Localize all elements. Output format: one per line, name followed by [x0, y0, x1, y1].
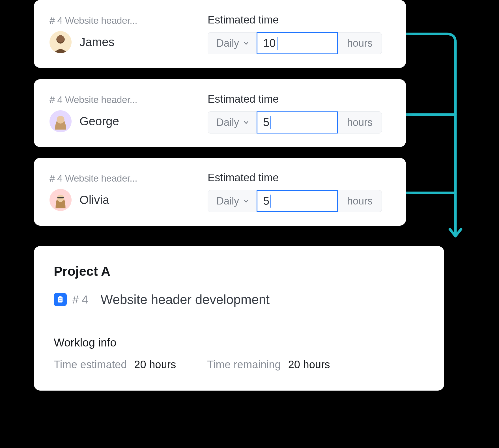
worklog-row: Time estimated 20 hours Time remaining 2…	[54, 359, 424, 371]
time-estimated-label: Time estimated	[54, 359, 127, 371]
svg-point-6	[57, 195, 64, 202]
task-title: # 4 Website header...	[50, 15, 194, 26]
chevron-down-icon	[243, 40, 249, 46]
task-title: # 4 Website header...	[50, 94, 194, 105]
svg-point-2	[57, 35, 64, 42]
estimated-time-label: Estimated time	[208, 93, 392, 105]
estimated-time-label: Estimated time	[208, 172, 392, 184]
frequency-value: Daily	[216, 195, 239, 207]
frequency-value: Daily	[216, 37, 239, 49]
text-cursor	[277, 37, 278, 50]
chevron-down-icon	[243, 198, 249, 204]
frequency-value: Daily	[216, 117, 239, 128]
text-cursor	[270, 116, 271, 129]
worklog-title: Worklog info	[54, 336, 424, 349]
task-line: # 4 Website header development	[54, 292, 424, 322]
flow-connector	[405, 31, 472, 246]
clipboard-icon	[54, 293, 67, 306]
svg-rect-9	[59, 296, 61, 298]
person-name: James	[79, 35, 115, 49]
svg-rect-11	[59, 300, 61, 300]
time-input[interactable]: 5	[257, 190, 338, 212]
time-remaining-value: 20 hours	[288, 359, 330, 371]
time-value: 5	[263, 195, 269, 207]
task-card: # 4 Website header... James Estimated ti…	[34, 0, 406, 68]
task-title: # 4 Website header...	[50, 173, 194, 184]
svg-rect-7	[57, 197, 64, 198]
task-card: # 4 Website header... Olivia Estimated t…	[34, 158, 406, 226]
time-estimated-value: 20 hours	[134, 359, 176, 371]
time-unit: hours	[338, 32, 382, 54]
time-unit: hours	[338, 111, 382, 133]
person-name: George	[79, 115, 119, 128]
task-name: Website header development	[101, 292, 270, 307]
avatar	[50, 189, 72, 211]
time-value: 10	[263, 37, 276, 49]
time-remaining-label: Time remaining	[207, 359, 281, 371]
avatar	[50, 31, 72, 53]
person-name: Olivia	[79, 193, 109, 207]
frequency-select[interactable]: Daily	[208, 190, 257, 212]
time-value: 5	[263, 116, 269, 129]
svg-rect-10	[59, 299, 61, 299]
svg-point-4	[57, 116, 64, 123]
text-cursor	[270, 195, 271, 208]
avatar	[50, 110, 72, 132]
task-id: # 4	[72, 293, 88, 306]
time-input[interactable]: 10	[257, 32, 338, 54]
frequency-select[interactable]: Daily	[208, 32, 257, 54]
svg-rect-8	[58, 297, 63, 303]
estimated-time-label: Estimated time	[208, 14, 392, 26]
chevron-down-icon	[243, 119, 249, 126]
project-summary-card: Project A # 4 Website header development…	[34, 246, 444, 391]
time-input[interactable]: 5	[257, 111, 338, 133]
time-unit: hours	[338, 190, 382, 212]
project-name: Project A	[54, 264, 424, 279]
task-card: # 4 Website header... George Estimated t…	[34, 79, 406, 147]
frequency-select[interactable]: Daily	[208, 111, 257, 133]
